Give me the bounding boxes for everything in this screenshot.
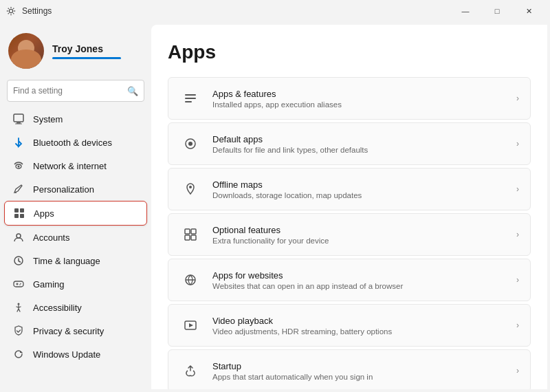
user-bar-decoration <box>52 57 121 59</box>
sidebar-item-personalization[interactable]: Personalization <box>4 177 147 201</box>
settings-item-optional-features[interactable]: Optional features Extra functionality fo… <box>168 213 531 256</box>
chevron-right-icon: › <box>516 184 519 194</box>
settings-item-startup[interactable]: Startup Apps that start automatically wh… <box>168 349 531 389</box>
video-playback-icon <box>179 314 201 336</box>
title-bar-left: Settings <box>6 6 52 17</box>
close-button[interactable]: ✕ <box>513 0 544 22</box>
sidebar-item-gaming[interactable]: Gaming <box>4 272 147 296</box>
settings-item-desc-default-apps: Defaults for file and link types, other … <box>212 146 505 154</box>
maximize-button[interactable]: □ <box>481 0 513 22</box>
svg-marker-27 <box>189 323 193 327</box>
nav-list: System Bluetooth & devices Network & int… <box>0 107 151 366</box>
settings-item-title-video-playback: Video playback <box>212 316 505 326</box>
sidebar-item-label-accessibility: Accessibility <box>33 303 82 313</box>
sidebar-item-label-bluetooth: Bluetooth & devices <box>33 138 112 148</box>
settings-item-title-startup: Startup <box>212 361 505 371</box>
network-icon <box>12 160 25 172</box>
svg-rect-3 <box>15 124 22 124</box>
svg-rect-12 <box>14 281 23 287</box>
optional-features-icon <box>179 224 201 246</box>
bluetooth-icon <box>12 136 25 149</box>
title-bar: Settings — □ ✕ <box>0 0 550 22</box>
settings-item-title-optional-features: Optional features <box>212 225 505 235</box>
gaming-icon <box>12 278 25 290</box>
apps-websites-icon <box>179 269 201 291</box>
accessibility-icon <box>12 301 25 314</box>
svg-point-21 <box>189 186 192 188</box>
accounts-icon <box>12 231 25 243</box>
settings-window-icon <box>6 6 16 17</box>
svg-rect-22 <box>185 229 190 234</box>
sidebar-item-network[interactable]: Network & internet <box>4 154 147 177</box>
sidebar-item-label-apps: Apps <box>34 208 54 219</box>
avatar <box>8 33 44 69</box>
sidebar-item-label-network: Network & internet <box>33 161 107 171</box>
apps-icon <box>13 207 25 219</box>
settings-item-video-playback[interactable]: Video playback Video adjustments, HDR st… <box>168 304 531 347</box>
svg-rect-16 <box>185 94 196 96</box>
settings-item-desc-startup: Apps that start automatically when you s… <box>212 373 505 381</box>
chevron-right-icon: › <box>516 94 519 103</box>
settings-item-apps-features[interactable]: Apps & features Installed apps, app exec… <box>168 77 531 120</box>
search-icon: 🔍 <box>127 86 138 96</box>
minimize-button[interactable]: — <box>450 0 481 22</box>
title-bar-controls: — □ ✕ <box>450 0 544 22</box>
settings-item-title-offline-maps: Offline maps <box>212 179 505 190</box>
settings-item-apps-websites[interactable]: Apps for websites Websites that can open… <box>168 259 531 301</box>
chevron-right-icon: › <box>516 230 519 239</box>
chevron-right-icon: › <box>516 320 519 330</box>
chevron-right-icon: › <box>516 366 519 375</box>
settings-item-desc-offline-maps: Downloads, storage location, map updates <box>212 191 505 199</box>
svg-rect-2 <box>16 122 21 124</box>
svg-point-15 <box>18 303 20 305</box>
sidebar-item-time[interactable]: Time & language <box>4 249 147 272</box>
sidebar-item-update[interactable]: Windows Update <box>4 342 147 366</box>
svg-rect-17 <box>185 98 196 99</box>
svg-point-5 <box>15 192 16 193</box>
svg-rect-8 <box>14 214 19 218</box>
settings-item-title-default-apps: Default apps <box>212 134 505 144</box>
sidebar-item-apps[interactable]: Apps <box>4 201 147 226</box>
svg-point-20 <box>188 142 192 146</box>
update-icon <box>12 348 25 360</box>
privacy-icon <box>12 325 25 337</box>
page-title: Apps <box>168 41 531 63</box>
sidebar-item-privacy[interactable]: Privacy & security <box>4 319 147 342</box>
sidebar-item-label-accounts: Accounts <box>33 232 69 243</box>
svg-rect-25 <box>191 235 196 240</box>
sidebar: Troy Jones 🔍 System Bluetooth & devices … <box>0 22 151 392</box>
svg-rect-24 <box>185 235 190 240</box>
search-input[interactable] <box>13 86 127 96</box>
settings-item-desc-apps-websites: Websites that can open in an app instead… <box>212 282 505 290</box>
default-apps-icon <box>179 133 201 155</box>
settings-item-desc-video-playback: Video adjustments, HDR streaming, batter… <box>212 327 505 336</box>
apps-features-icon <box>179 87 201 109</box>
settings-item-offline-maps[interactable]: Offline maps Downloads, storage location… <box>168 168 531 210</box>
sidebar-item-accessibility[interactable]: Accessibility <box>4 296 147 319</box>
svg-rect-1 <box>14 114 23 122</box>
settings-item-desc-apps-features: Installed apps, app execution aliases <box>212 100 505 109</box>
startup-icon <box>179 360 201 382</box>
svg-rect-18 <box>185 101 192 102</box>
user-profile[interactable]: Troy Jones <box>0 22 151 77</box>
settings-item-title-apps-websites: Apps for websites <box>212 270 505 281</box>
search-box[interactable]: 🔍 <box>7 80 144 102</box>
svg-point-10 <box>16 234 21 238</box>
sidebar-item-accounts[interactable]: Accounts <box>4 226 147 249</box>
sidebar-item-label-time: Time & language <box>33 256 100 266</box>
user-name: Troy Jones <box>52 43 143 54</box>
title-bar-title: Settings <box>22 6 52 16</box>
settings-item-default-apps[interactable]: Default apps Defaults for file and link … <box>168 122 531 165</box>
svg-rect-23 <box>191 229 196 234</box>
sidebar-item-system[interactable]: System <box>4 107 147 131</box>
chevron-right-icon: › <box>516 275 519 285</box>
svg-rect-7 <box>20 208 24 213</box>
svg-point-14 <box>19 284 21 285</box>
sidebar-item-label-system: System <box>33 114 63 124</box>
main-container: Troy Jones 🔍 System Bluetooth & devices … <box>0 22 550 392</box>
system-icon <box>12 113 25 125</box>
svg-rect-9 <box>20 214 24 218</box>
sidebar-item-bluetooth[interactable]: Bluetooth & devices <box>4 131 147 154</box>
settings-list: Apps & features Installed apps, app exec… <box>168 77 531 389</box>
svg-rect-6 <box>14 208 19 213</box>
